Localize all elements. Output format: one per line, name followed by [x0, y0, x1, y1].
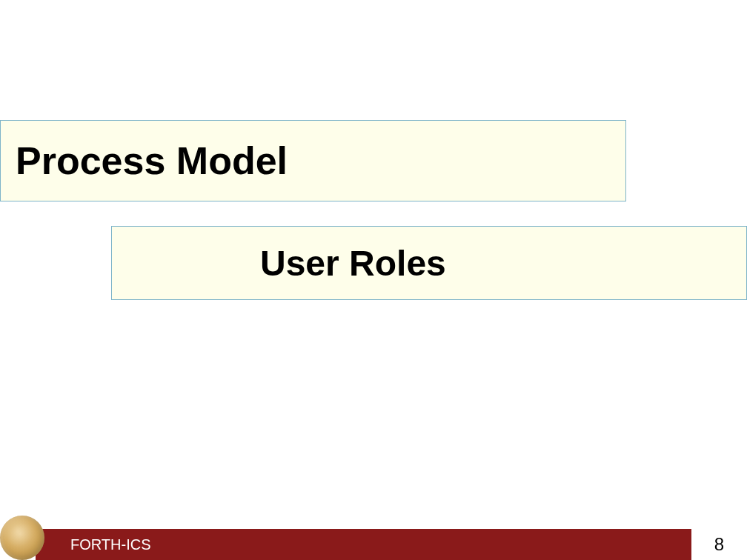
slide-title-secondary: User Roles: [260, 243, 446, 284]
page-number: 8: [691, 529, 747, 560]
slide-title-primary: Process Model: [16, 139, 288, 183]
slide-footer: FORTH-ICS 8: [0, 529, 747, 560]
title-box-secondary: User Roles: [111, 226, 747, 300]
forth-logo-icon: [0, 516, 44, 560]
title-box-primary: Process Model: [0, 120, 626, 201]
footer-organization: FORTH-ICS: [70, 529, 151, 560]
